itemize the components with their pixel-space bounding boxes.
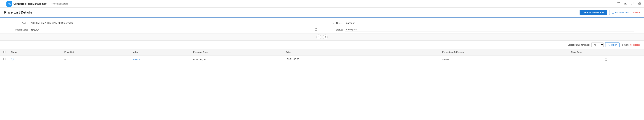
delete-header-button[interactable]: Delete: [633, 11, 640, 14]
calendar-icon[interactable]: [314, 28, 318, 32]
td-price: [284, 55, 440, 63]
confirm-new-prices-button[interactable]: Confirm New Prices: [580, 10, 607, 15]
chat-icon[interactable]: [630, 1, 634, 6]
sort-button[interactable]: Sort: [621, 43, 628, 46]
import-date-input[interactable]: [30, 28, 314, 32]
select-all-checkbox[interactable]: [4, 51, 6, 53]
index-link[interactable]: A00004: [133, 58, 140, 61]
import-label: Import: [611, 43, 617, 46]
code-label: Code:: [10, 22, 28, 24]
page-header: Price List Details Confirm New Prices Ex…: [0, 8, 644, 17]
td-index: A00004: [130, 55, 191, 63]
table-body: 8 A00004 EUR 170,00 5.88 %: [0, 55, 644, 63]
td-status: [8, 55, 62, 63]
code-input[interactable]: [30, 21, 318, 25]
breadcrumb-page: Price List Details: [52, 2, 68, 5]
delete-table-label: Delete: [633, 43, 640, 46]
svg-rect-1: [638, 2, 639, 3]
select-status-label: Select status for lines:: [568, 43, 590, 46]
row-status-icon: [10, 58, 14, 61]
header-actions: Confirm New Prices Export Prices Delete: [580, 10, 640, 15]
pin-button[interactable]: [323, 34, 328, 39]
form-col-left: Code: Import Date:: [10, 21, 318, 32]
grid-icon[interactable]: [638, 1, 641, 6]
th-previous-price: Previous Price: [191, 49, 283, 55]
th-price-list: Price List: [62, 49, 130, 55]
username-row: User Name:: [326, 21, 634, 25]
table-row: 8 A00004 EUR 170,00 5.88 %: [0, 55, 644, 63]
svg-point-0: [618, 2, 619, 3]
status-input: [344, 28, 634, 32]
import-button[interactable]: Import: [605, 42, 620, 47]
import-date-label: Import Date:: [10, 28, 28, 31]
status-label: Status:: [326, 28, 343, 31]
app-logo: AE: [6, 1, 12, 6]
users-icon[interactable]: [616, 1, 620, 6]
svg-rect-3: [638, 4, 639, 5]
svg-rect-2: [640, 2, 641, 3]
import-date-row: Import Date:: [10, 28, 318, 32]
username-input[interactable]: [344, 21, 634, 25]
export-prices-button[interactable]: Export Prices: [609, 10, 631, 15]
svg-rect-6: [315, 28, 317, 30]
form-col-right: User Name: Status:: [326, 21, 634, 32]
app-name: CompuTec PriceManagement: [13, 2, 47, 5]
status-row: Status:: [326, 28, 634, 32]
row-checkbox-0[interactable]: [4, 58, 6, 60]
form-section: Code: Import Date: User Name: Status:: [0, 17, 644, 33]
chart-icon[interactable]: [624, 1, 627, 6]
status-filter-select[interactable]: All: [592, 42, 604, 47]
username-label: User Name:: [326, 22, 343, 24]
th-index: Index: [130, 49, 191, 55]
th-status: Status: [8, 49, 62, 55]
sort-label: Sort: [624, 43, 628, 46]
td-previous-price: EUR 170,00: [191, 55, 283, 63]
back-button[interactable]: ‹: [3, 1, 5, 6]
collapse-up-button[interactable]: [316, 34, 321, 39]
th-percentage-difference: Percentage Difference: [440, 49, 568, 55]
top-bar-right: [616, 1, 641, 6]
td-checkbox: [0, 55, 8, 63]
table-toolbar: Select status for lines: All Import Sort…: [0, 41, 644, 49]
page-title: Price List Details: [4, 10, 32, 14]
svg-rect-4: [640, 4, 641, 5]
td-clear-price: [568, 55, 644, 63]
price-input-0[interactable]: [286, 57, 314, 61]
clear-price-checkbox-0[interactable]: [605, 58, 607, 61]
top-bar: ‹ AE CompuTec PriceManagement Price List…: [0, 0, 644, 8]
collapse-bar: [0, 33, 644, 41]
th-checkbox: [0, 49, 8, 55]
price-list-table: Status Price List Index Previous Price P…: [0, 49, 644, 63]
export-label: Export Prices: [615, 11, 628, 14]
th-clear-price: Clear Price: [568, 49, 644, 55]
delete-table-button[interactable]: Delete: [630, 43, 640, 46]
date-wrapper: [30, 28, 318, 32]
top-bar-left: ‹ AE CompuTec PriceManagement Price List…: [3, 1, 616, 6]
td-price-list: 8: [62, 55, 130, 63]
th-price: Price: [284, 49, 440, 55]
td-percentage-difference: 5.88 %: [440, 55, 568, 63]
table-header: Status Price List Index Previous Price P…: [0, 49, 644, 55]
code-row: Code:: [10, 21, 318, 25]
